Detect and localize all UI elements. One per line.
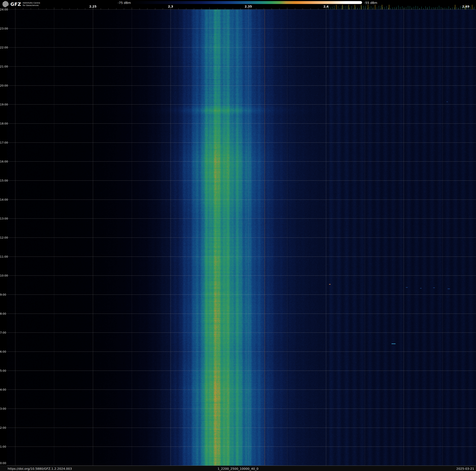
time-axis-label: 20:00 (0, 84, 6, 87)
time-axis-label: 16:00 (0, 160, 6, 163)
time-axis-label: 4:00 (0, 388, 6, 391)
frequency-ticks-canvas (0, 4, 476, 9)
colorbar-gradient (132, 1, 362, 4)
footer-bar: https://doi.org/10.5880/GFZ.1.2.2024.003… (0, 466, 476, 471)
freq-axis-label: 2.25 (87, 5, 99, 8)
time-axis-label: 2:00 (0, 426, 6, 429)
time-axis-label: 5:00 (0, 369, 6, 372)
time-axis-label: 7:00 (0, 331, 6, 334)
time-axis-label: 24:00 (0, 8, 6, 11)
spectrogram-canvas (7, 9, 476, 466)
time-axis-label: 14:00 (0, 198, 6, 201)
time-axis-label: 0:00 (0, 461, 6, 465)
dataset-label: 1_2200_2500_10000_40_0 (0, 467, 476, 471)
time-axis-label: 15:00 (0, 179, 6, 182)
time-axis-label: 12:00 (0, 236, 6, 239)
time-axis-label: 3:00 (0, 407, 6, 410)
time-axis-label: 1:00 (0, 445, 6, 448)
time-axis-label: 10:00 (0, 274, 6, 277)
time-axis-label: 22:00 (0, 46, 6, 49)
time-axis-label: 9:00 (0, 293, 6, 296)
time-axis-label: 18:00 (0, 122, 6, 125)
freq-axis-label: 2.4 (320, 5, 332, 8)
time-axis-label: 17:00 (0, 141, 6, 144)
time-axis-label: 21:00 (0, 65, 6, 68)
time-axis-label: 23:00 (0, 27, 6, 30)
time-axis-label: 19:00 (0, 103, 6, 106)
time-axis-label: 13:00 (0, 217, 6, 220)
freq-axis-label: 2.3 (164, 5, 177, 8)
time-axis-label: 6:00 (0, 350, 6, 353)
date-label: 2025-03-21 (456, 467, 474, 471)
time-axis-label: 11:00 (0, 255, 6, 258)
freq-axis-label: 2.35 (242, 5, 255, 8)
spectrogram-page: GFZ Helmholtz Centre for Geosciences -75… (0, 0, 476, 471)
freq-axis-label: 2.49 (460, 5, 472, 8)
time-axis-label: 8:00 (0, 312, 6, 315)
